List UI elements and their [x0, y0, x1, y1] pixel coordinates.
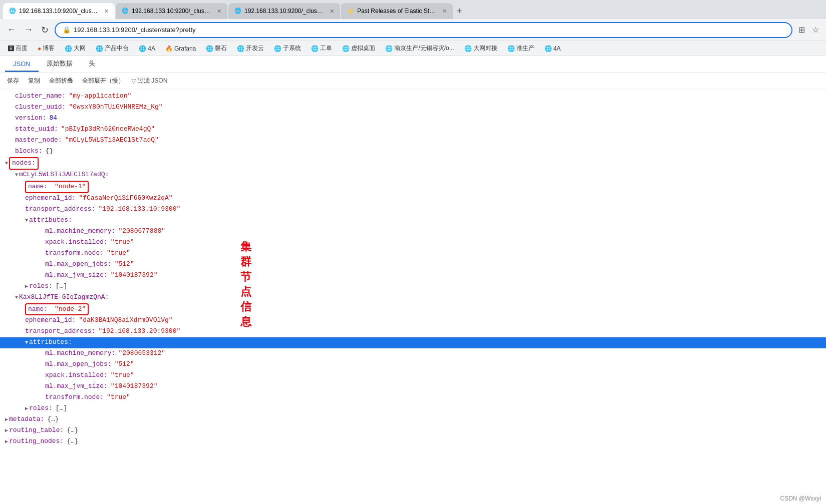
- bookmark-product[interactable]: 🌐 产品中台: [93, 43, 132, 54]
- node2-ephemeral-val: "daK3BA1NQ8a1XdrmOVOlVg": [79, 315, 172, 326]
- json-line-node2-id: ▼ Kax8LlJfTE-GIqIagmzQnA:: [0, 292, 826, 303]
- bookmark-devcloud[interactable]: 🌐 开发云: [234, 43, 267, 54]
- lock-icon: 🔒: [63, 26, 71, 34]
- json-line-node1-transform: transform.node: "true": [0, 248, 826, 259]
- node1-attr-expand[interactable]: ▼: [25, 217, 28, 225]
- save-button[interactable]: 保存: [5, 76, 21, 86]
- node2-xpack-key: xpack.installed:: [45, 370, 108, 381]
- bookmark-baidu-label: 百度: [16, 44, 28, 53]
- json-line-node1-xpack: xpack.installed: "true": [0, 237, 826, 248]
- panshi-icon: 🌐: [206, 45, 213, 52]
- bookmark-4a2[interactable]: 🌐 4A: [541, 44, 564, 53]
- node1-roles-expand[interactable]: ▶: [25, 283, 28, 291]
- state-uuid-val: "pBIyIp3dRn620nceRWe4gQ": [61, 124, 155, 135]
- tab-favicon-3: 🌐: [234, 8, 241, 15]
- bookmark-nanjing[interactable]: 🌐 南京生产/无锡容灾/o...: [382, 43, 457, 54]
- bookmark-baidu[interactable]: 🅱 百度: [5, 43, 31, 54]
- routing-nodes-key: routing_nodes:: [9, 436, 64, 447]
- node2-transport-key: transport_address:: [25, 326, 95, 337]
- node2-max-jvm-val: "1040187392": [111, 381, 158, 392]
- tab-raw[interactable]: 原始数据: [39, 56, 81, 73]
- node2-roles-val: […]: [56, 403, 67, 414]
- new-tab-button[interactable]: +: [454, 6, 465, 17]
- tab-favicon-1: 🌐: [9, 8, 16, 15]
- node1-expand[interactable]: ▼: [15, 171, 18, 179]
- copy-button[interactable]: 复制: [26, 76, 42, 86]
- bookmark-vdesktop[interactable]: 🌐 虚拟桌面: [339, 43, 378, 54]
- json-line-node2-transform: transform.node: "true": [0, 392, 826, 403]
- metadata-expand[interactable]: ▶: [5, 416, 8, 424]
- node2-roles-expand[interactable]: ▶: [25, 405, 28, 413]
- json-line-node1-attributes: ▼ attributes:: [0, 215, 826, 226]
- tab-favicon-4: ⚡: [347, 8, 354, 15]
- tab-1[interactable]: 🌐 192.168.133.10:9200/_cluster/sta ✕: [3, 3, 115, 19]
- bookmark-grafana[interactable]: 🔥 Grafana: [162, 44, 199, 53]
- node2-attr-expand[interactable]: ▼: [25, 339, 28, 347]
- node2-expand[interactable]: ▼: [15, 294, 18, 302]
- tab-close-1[interactable]: ✕: [104, 8, 109, 15]
- routing-table-val: {…}: [67, 425, 78, 436]
- node2-max-jobs-val: "512": [115, 359, 134, 370]
- node1-id-key: mCLyL5WLSTi3AEClSt7adQ:: [19, 170, 109, 180]
- routing-table-expand[interactable]: ▶: [5, 427, 8, 435]
- favorites-button[interactable]: ☆: [810, 23, 821, 37]
- collapse-all-button[interactable]: 全部折叠: [47, 76, 75, 86]
- bookmark-dawangjie[interactable]: 🌐 大网对接: [461, 43, 500, 54]
- node2-name-val: "node-2": [55, 304, 86, 315]
- json-line-nodes: ▼ nodes:: [0, 157, 826, 170]
- forward-button[interactable]: →: [22, 23, 35, 37]
- json-line-cluster-name: cluster_name: "my-application": [0, 91, 826, 102]
- json-line-node2-name: name: "node-2": [0, 303, 826, 316]
- reload-button[interactable]: ↻: [39, 23, 51, 38]
- tab-label-3: 192.168.133.10:9200/_cluster/sta: [244, 8, 325, 15]
- tab-headers[interactable]: 头: [81, 56, 103, 73]
- node2-xpack-val: "true": [111, 370, 134, 381]
- nanjing-icon: 🌐: [385, 45, 393, 52]
- bookmark-panshi[interactable]: 🌐 磐石: [203, 43, 230, 54]
- tab-close-3[interactable]: ✕: [330, 8, 334, 15]
- json-line-node1-roles: ▶ roles: […]: [0, 281, 826, 292]
- node1-transform-val: "true": [107, 248, 130, 259]
- json-line-node2-max-jvm: ml.max_jvm_size: "1040187392": [0, 381, 826, 392]
- node2-transform-val: "true": [107, 392, 130, 403]
- cluster-name-val: "my-application": [69, 91, 131, 102]
- bookmark-quasi[interactable]: 🌐 准生产: [504, 43, 537, 54]
- back-button[interactable]: ←: [5, 23, 18, 37]
- tab-label-1: 192.168.133.10:9200/_cluster/sta: [19, 8, 99, 15]
- cluster-name-key: cluster_name:: [15, 91, 66, 102]
- version-key: version:: [15, 113, 46, 124]
- tab-2[interactable]: 🌐 192.168.133.10:9200/_cluster/he ✕: [116, 3, 227, 19]
- bookmark-subsystem[interactable]: 🌐 子系统: [271, 43, 304, 54]
- bookmark-dawang[interactable]: 🌐 大网: [62, 43, 89, 54]
- tab-json[interactable]: JSON: [5, 57, 39, 72]
- node1-name-boxed: name: "node-1": [25, 181, 89, 193]
- bookmark-blog[interactable]: ● 博客: [35, 43, 58, 54]
- routing-nodes-expand[interactable]: ▶: [5, 438, 8, 446]
- dawang-icon: 🌐: [65, 45, 72, 52]
- bookmark-gongdan[interactable]: 🌐 工单: [308, 43, 335, 54]
- nodes-expand[interactable]: ▼: [5, 160, 8, 168]
- tab-label-2: 192.168.133.10:9200/_cluster/he: [132, 8, 212, 15]
- address-box[interactable]: 🔒 192.168.133.10:9200/_cluster/state?pre…: [55, 22, 792, 38]
- bookmark-4a[interactable]: 🌐 4A: [136, 44, 158, 53]
- bookmark-4a-label: 4A: [148, 45, 155, 52]
- version-val: 84: [49, 113, 57, 124]
- 4a2-icon: 🌐: [544, 45, 552, 52]
- json-line-node2-transport: transport_address: "192.168.133.20:9300": [0, 326, 826, 337]
- tab-4[interactable]: ⚡ Past Releases of Elastic Stack ✕: [341, 3, 453, 19]
- browser-frame: 🌐 192.168.133.10:9200/_cluster/sta ✕ 🌐 1…: [0, 0, 826, 504]
- tab-close-4[interactable]: ✕: [442, 8, 447, 15]
- expand-all-button[interactable]: 全部展开（慢）: [80, 76, 126, 86]
- metadata-val: {…}: [47, 414, 59, 425]
- node1-xpack-val: "true": [111, 237, 134, 248]
- node2-ml-memory-key: ml.machine_memory:: [45, 348, 115, 359]
- blog-icon: ●: [38, 45, 41, 52]
- extensions-button[interactable]: ⊞: [796, 23, 807, 37]
- routing-table-key: routing_table:: [9, 425, 64, 436]
- tab-close-2[interactable]: ✕: [217, 8, 221, 15]
- json-line-node1-ml-memory: ml.machine_memory: "2080677888": [0, 226, 826, 237]
- tab-3[interactable]: 🌐 192.168.133.10:9200/_cluster/sta ✕: [228, 3, 340, 19]
- filter-icon: ▽: [131, 78, 136, 85]
- node1-ml-memory-val: "2080677888": [118, 226, 165, 237]
- filter-json[interactable]: ▽ 过滤 JSON: [131, 77, 167, 85]
